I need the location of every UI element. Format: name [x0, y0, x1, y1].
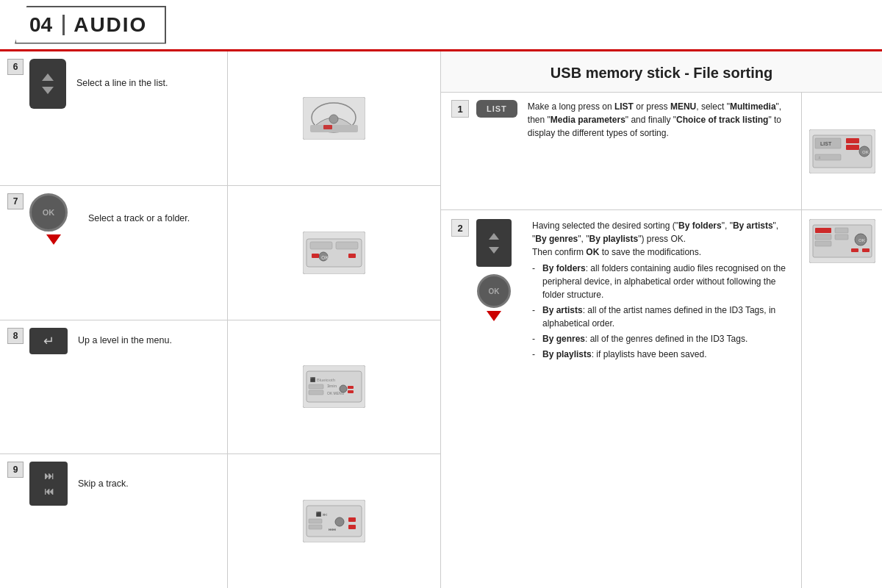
- step-7-badge: 7: [7, 193, 24, 209]
- by-genres-desc: : all of the genres defined in the ID3 T…: [585, 334, 747, 344]
- svg-rect-44: [815, 228, 831, 233]
- by-folders-label: By folders: [542, 263, 586, 273]
- list-button: LIST: [476, 100, 517, 118]
- main-content: 6 Select a line in the list.: [0, 51, 882, 588]
- left-panel: 6 Select a line in the list.: [0, 51, 441, 588]
- right-panel-title: USB memory stick - File sorting: [456, 65, 867, 82]
- svg-point-3: [329, 115, 338, 123]
- svg-rect-16: [309, 384, 323, 389]
- skip-forward-icon: ⏭: [44, 470, 54, 481]
- svg-text:OK: OK: [321, 255, 329, 260]
- svg-rect-47: [835, 228, 848, 233]
- step-r1-badge: 1: [451, 100, 469, 118]
- svg-rect-51: [851, 248, 858, 252]
- svg-text:⬛ Bluetooth: ⬛ Bluetooth: [310, 377, 335, 383]
- svg-rect-7: [310, 242, 332, 249]
- step-8-desc: Up a level in the menu.: [78, 334, 172, 348]
- svg-rect-37: [846, 145, 859, 150]
- arrow-up-icon: [42, 74, 54, 81]
- svg-text:OK: OK: [862, 150, 870, 154]
- arrow-down-right-icon: [489, 247, 499, 254]
- stereo-image-1: LIST OK ♫: [809, 129, 875, 173]
- red-arrow-down-icon: [46, 234, 61, 245]
- header-divider: [62, 15, 65, 35]
- step-6-inner: Select a line in the list.: [29, 59, 215, 109]
- left-row-9-content: 9 ⏭ ⏮ Skip a track.: [0, 454, 228, 588]
- multimedia-bold: Multimedia: [730, 101, 776, 112]
- by-playlists-desc: : if playlists have been saved.: [592, 349, 707, 359]
- arrows-up-down-icon-right: [476, 219, 512, 267]
- right-row-2: 2 OK Having selected the desired sorting…: [441, 210, 882, 588]
- step-7-inner: OK Select a track or a folder.: [29, 193, 215, 245]
- left-row-6: 6 Select a line in the list.: [0, 51, 440, 186]
- page-title: AUDIO: [74, 13, 147, 37]
- arrow-down-icon: [42, 87, 54, 94]
- right-row-2-image: OK: [801, 210, 882, 588]
- left-row-7: 7 OK Select a track or a folder. OK: [0, 186, 440, 320]
- red-arrow-right-icon: [487, 311, 501, 321]
- svg-rect-30: [348, 525, 356, 529]
- svg-rect-4: [323, 125, 332, 129]
- svg-rect-22: [348, 390, 354, 393]
- by-artists-label: By artists: [542, 305, 583, 315]
- step-9-inner: ⏭ ⏮ Skip a track.: [29, 462, 215, 506]
- by-artists-intro: By artists: [733, 220, 773, 231]
- svg-text:LIST: LIST: [820, 141, 832, 146]
- ok-button-wrapper: OK: [29, 193, 78, 245]
- by-genres-label: By genres: [542, 334, 585, 344]
- svg-rect-26: [309, 519, 322, 523]
- svg-rect-11: [312, 254, 319, 258]
- arrow-up-down-icon: [29, 59, 66, 109]
- car-image-7: OK: [303, 232, 365, 274]
- svg-text:OK: OK: [858, 238, 866, 243]
- svg-rect-12: [348, 254, 356, 258]
- svg-rect-2: [310, 125, 358, 132]
- right-row-2-content: 2 OK Having selected the desired sorting…: [441, 210, 801, 588]
- left-row-8-content: 8 ↵ Up a level in the menu.: [0, 320, 228, 454]
- svg-rect-17: [309, 390, 323, 395]
- svg-point-28: [335, 517, 344, 526]
- ok-confirm-bold: OK: [586, 247, 599, 257]
- skip-button-icon: ⏭ ⏮: [29, 462, 68, 506]
- step-8-inner: ↵ Up a level in the menu.: [29, 328, 215, 354]
- right-row-1-image: LIST OK ♫: [801, 93, 882, 209]
- left-row-8-image: ⬛ Bluetooth 3min OK MENU: [228, 320, 440, 454]
- right-panel-header: USB memory stick - File sorting: [441, 51, 882, 93]
- svg-point-20: [340, 385, 347, 392]
- page-header: 04 AUDIO: [0, 0, 882, 51]
- svg-rect-27: [309, 525, 322, 529]
- by-genres-intro: By genres: [535, 234, 578, 244]
- right-panel: USB memory stick - File sorting 1 LIST M…: [441, 51, 882, 588]
- ok-btn-right-wrapper: OK: [477, 274, 511, 321]
- svg-rect-48: [835, 234, 848, 240]
- car-image-9: ⬛ ⏭ ⏭⏮: [303, 500, 365, 542]
- choice-bold: Choice of track listing: [676, 115, 768, 125]
- step-r2-badge: 2: [451, 219, 469, 237]
- left-row-6-image: [228, 51, 440, 185]
- by-folders-item: By folders: all folders containing audio…: [532, 262, 791, 301]
- stereo-image-2: OK: [809, 219, 875, 263]
- ok-circle-right-icon: OK: [477, 274, 511, 308]
- by-genres-item: By genres: all of the genres defined in …: [532, 332, 791, 345]
- svg-text:⏭⏮: ⏭⏮: [329, 527, 336, 531]
- back-button-icon: ↵: [29, 328, 68, 354]
- step-7-desc: Select a track or a folder.: [88, 212, 190, 226]
- by-artists-item: By artists: all of the artist names defi…: [532, 304, 791, 330]
- step-6-badge: 6: [7, 59, 24, 75]
- right-row-1: 1 LIST Make a long press on LIST or pres…: [441, 93, 882, 210]
- chapter-number: 04: [29, 13, 52, 37]
- svg-text:⬛ ⏭: ⬛ ⏭: [316, 512, 327, 517]
- svg-rect-21: [348, 386, 354, 389]
- left-row-7-content: 7 OK Select a track or a folder.: [0, 186, 228, 320]
- list-bold: LIST: [614, 101, 634, 112]
- left-row-7-image: OK: [228, 186, 440, 320]
- left-row-9-image: ⬛ ⏭ ⏭⏮: [228, 454, 440, 588]
- media-params-bold: Media parameters: [551, 115, 625, 125]
- left-row-9: 9 ⏭ ⏮ Skip a track. ⬛ ⏭: [0, 454, 440, 588]
- svg-rect-46: [815, 241, 831, 246]
- back-symbol-icon: ↵: [43, 333, 54, 349]
- left-row-6-content: 6 Select a line in the list.: [0, 51, 228, 185]
- svg-text:♫: ♫: [818, 155, 821, 159]
- by-playlists-item: By playlists: if playlists have been sav…: [532, 348, 791, 361]
- left-row-8: 8 ↵ Up a level in the menu. ⬛ Bluetooth …: [0, 320, 440, 455]
